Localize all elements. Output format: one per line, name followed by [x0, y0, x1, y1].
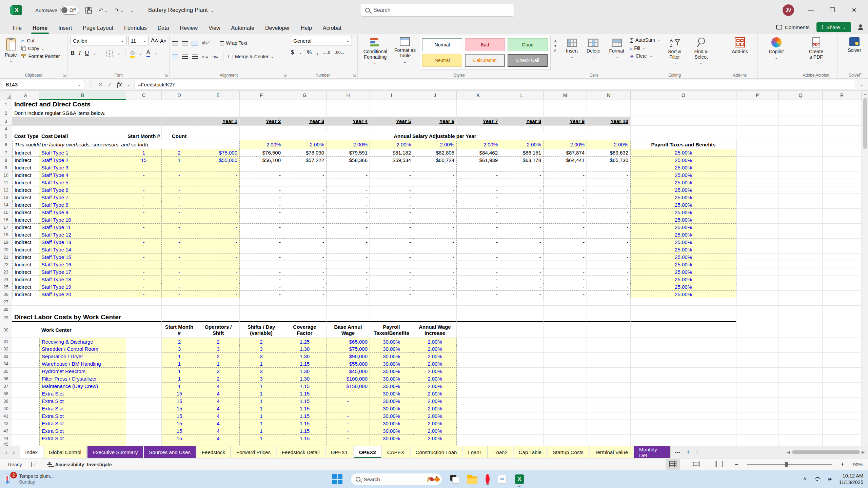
cell-M18[interactable]: -: [544, 231, 587, 239]
cell-N43[interactable]: [587, 427, 631, 435]
cell-B8[interactable]: Staff Type 2: [39, 157, 126, 164]
cell-F19[interactable]: -: [240, 239, 283, 246]
cell-K4[interactable]: [457, 126, 500, 132]
ribbon-tab-automate[interactable]: Automate: [225, 22, 259, 34]
cell-D33[interactable]: 1: [162, 353, 197, 360]
cell-G21[interactable]: -: [283, 253, 327, 261]
cell-O29[interactable]: [631, 313, 736, 322]
cell-L2[interactable]: [500, 109, 544, 117]
cell-E8[interactable]: $55,000: [197, 157, 240, 164]
cell-K34[interactable]: [457, 360, 500, 368]
cell-F7[interactable]: $76,500: [240, 149, 283, 157]
cell-D23[interactable]: -: [162, 268, 197, 276]
cell-I12[interactable]: -: [370, 186, 413, 194]
cell-M25[interactable]: -: [544, 283, 587, 291]
column-header-B[interactable]: B: [39, 91, 126, 100]
cell-B38[interactable]: Extra Slot: [39, 390, 126, 398]
cell-M26[interactable]: -: [544, 291, 587, 298]
cell-J31[interactable]: 2.00%: [413, 338, 457, 345]
cell-F32[interactable]: 3: [240, 345, 283, 353]
column-header-I[interactable]: I: [370, 91, 413, 100]
cell-L19[interactable]: -: [500, 239, 544, 246]
insert-cells-button[interactable]: Insert⌄: [564, 37, 580, 61]
cell-O18[interactable]: 25.00%: [631, 231, 736, 239]
cell-J18[interactable]: -: [413, 231, 457, 239]
cell-P9[interactable]: [736, 164, 779, 171]
cell-O43[interactable]: [631, 427, 736, 435]
cell-D8[interactable]: 1: [162, 157, 197, 164]
cell-E33[interactable]: 2: [197, 353, 240, 360]
cell-H36[interactable]: $100,000: [327, 375, 370, 383]
cell-O25[interactable]: 25.00%: [631, 283, 736, 291]
cell-K24[interactable]: -: [457, 276, 500, 283]
cell-C8[interactable]: 15: [126, 157, 162, 164]
cell-R28[interactable]: [823, 306, 862, 313]
column-header-K[interactable]: K: [457, 91, 500, 100]
redo-button[interactable]: ↷ ⌄: [114, 7, 124, 14]
cell-P34[interactable]: [736, 360, 779, 368]
row-header-10[interactable]: 10: [0, 171, 12, 179]
prev-sheet-icon[interactable]: ‹: [5, 449, 7, 456]
cell-O26[interactable]: 25.00%: [631, 291, 736, 298]
cell-H3[interactable]: Year 4: [327, 117, 370, 126]
cell-D26[interactable]: -: [162, 291, 197, 298]
cell-I13[interactable]: -: [370, 194, 413, 201]
cell-H10[interactable]: -: [327, 171, 370, 179]
cell-H7[interactable]: $79,591: [327, 149, 370, 157]
cell-L45[interactable]: [500, 442, 544, 446]
cell-L18[interactable]: -: [500, 231, 544, 239]
number-dialog-launcher-icon[interactable]: ⇲: [353, 73, 356, 78]
cell-K29[interactable]: [457, 313, 500, 322]
cell-R38[interactable]: [823, 390, 862, 398]
cell-K22[interactable]: -: [457, 261, 500, 268]
cell-K26[interactable]: -: [457, 291, 500, 298]
normal-view-button[interactable]: [666, 459, 680, 470]
cell-C14[interactable]: -: [126, 201, 162, 209]
italic-button[interactable]: I: [79, 50, 81, 57]
cell-E26[interactable]: -: [197, 291, 240, 298]
font-color-button[interactable]: A: [146, 49, 150, 57]
cell-H40[interactable]: -: [327, 405, 370, 412]
cell-Q26[interactable]: [779, 291, 823, 298]
row-header-5[interactable]: 5: [0, 132, 12, 140]
cell-G17[interactable]: -: [283, 224, 327, 231]
cell-N1[interactable]: [587, 100, 631, 109]
page-layout-view-button[interactable]: [689, 459, 703, 470]
cell-J16[interactable]: -: [413, 216, 457, 224]
cell-E18[interactable]: -: [197, 231, 240, 239]
cell-G44[interactable]: 1.15: [283, 435, 327, 442]
cell-R20[interactable]: [823, 246, 862, 253]
cell-I38[interactable]: 30.00%: [370, 390, 413, 398]
cell-C21[interactable]: -: [126, 253, 162, 261]
cell-K6[interactable]: 2.00%: [457, 140, 500, 149]
cell-R33[interactable]: [823, 353, 862, 360]
macro-record-icon[interactable]: [31, 462, 37, 467]
cell-H38[interactable]: -: [327, 390, 370, 398]
cell-Q21[interactable]: [779, 253, 823, 261]
column-header-A[interactable]: A: [12, 91, 39, 100]
cell-K27[interactable]: [457, 298, 500, 306]
cell-E15[interactable]: -: [197, 209, 240, 216]
file-explorer-icon[interactable]: [467, 476, 477, 484]
fill-button[interactable]: ⤓Fill⌄: [630, 45, 660, 51]
cell-G20[interactable]: -: [283, 246, 327, 253]
cell-H1[interactable]: [327, 100, 370, 109]
cell-B34[interactable]: Warehouse / BM Handling: [39, 360, 126, 368]
cell-E24[interactable]: -: [197, 276, 240, 283]
cell-R1[interactable]: [823, 100, 862, 109]
cell-P27[interactable]: [736, 298, 779, 306]
cell-J37[interactable]: 2.00%: [413, 383, 457, 390]
cell-L11[interactable]: -: [500, 179, 544, 186]
cell-K45[interactable]: [457, 442, 500, 446]
cell-R17[interactable]: [823, 224, 862, 231]
cell-A27[interactable]: [12, 298, 39, 306]
cell-B31[interactable]: Receiving & Discharge: [39, 338, 126, 345]
cell-E17[interactable]: -: [197, 224, 240, 231]
cell-N37[interactable]: [587, 383, 631, 390]
cell-P35[interactable]: [736, 368, 779, 375]
cell-J10[interactable]: -: [413, 171, 457, 179]
row-header-36[interactable]: 36: [0, 375, 12, 383]
row-header-17[interactable]: 17: [0, 224, 12, 231]
row-header-27[interactable]: 27: [0, 298, 12, 306]
task-view-icon[interactable]: [450, 475, 459, 484]
